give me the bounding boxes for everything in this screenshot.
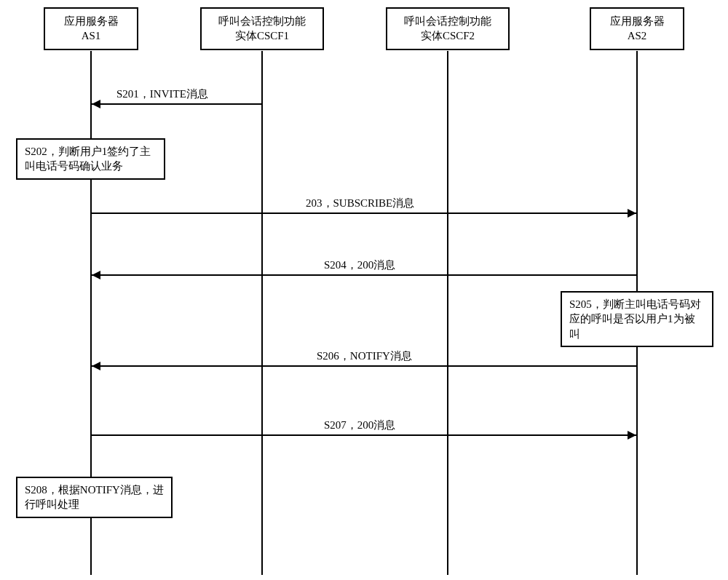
message-s203-arrowhead [628,209,636,218]
participant-cscf2-line2: 实体CSCF2 [396,29,499,44]
message-s206-line [92,365,636,367]
participant-cscf1-line2: 实体CSCF1 [210,29,314,44]
participant-as2-line2: AS2 [600,29,674,44]
participant-as1: 应用服务器 AS1 [44,7,138,50]
lifeline-cscf2-line [447,51,448,575]
lifeline-cscf1-line [261,51,263,575]
participant-as1-line2: AS1 [54,29,128,44]
message-s201-arrowhead [92,100,100,108]
participant-cscf1-line1: 呼叫会话控制功能 [210,15,314,29]
message-s204-label: S204，200消息 [324,258,395,272]
participant-cscf1: 呼叫会话控制功能 实体CSCF1 [200,7,324,50]
participant-as2-line1: 应用服务器 [600,15,674,29]
process-s205: S205，判断主叫电话号码对应的呼叫是否以用户1为被叫 [561,291,713,347]
participant-cscf2: 呼叫会话控制功能 实体CSCF2 [386,7,510,50]
participant-as1-line1: 应用服务器 [54,15,128,29]
message-s206-label: S206，NOTIFY消息 [317,349,412,363]
message-s204-line [92,274,636,276]
message-s207-line [92,434,636,436]
message-s204-arrowhead [92,271,100,279]
message-s207-arrowhead [628,431,636,440]
process-s202: S202，判断用户1签约了主叫电话号码确认业务 [16,138,165,180]
participant-cscf2-line1: 呼叫会话控制功能 [396,15,499,29]
message-s201-label: S201，INVITE消息 [116,87,208,101]
process-s208: S208，根据NOTIFY消息，进行呼叫处理 [16,477,173,518]
message-s203-line [92,212,636,214]
participant-as2: 应用服务器 AS2 [590,7,684,50]
message-s207-label: S207，200消息 [324,418,395,432]
message-s201-line [92,103,262,105]
message-s203-label: 203，SUBSCRIBE消息 [306,196,414,210]
message-s206-arrowhead [92,362,100,370]
